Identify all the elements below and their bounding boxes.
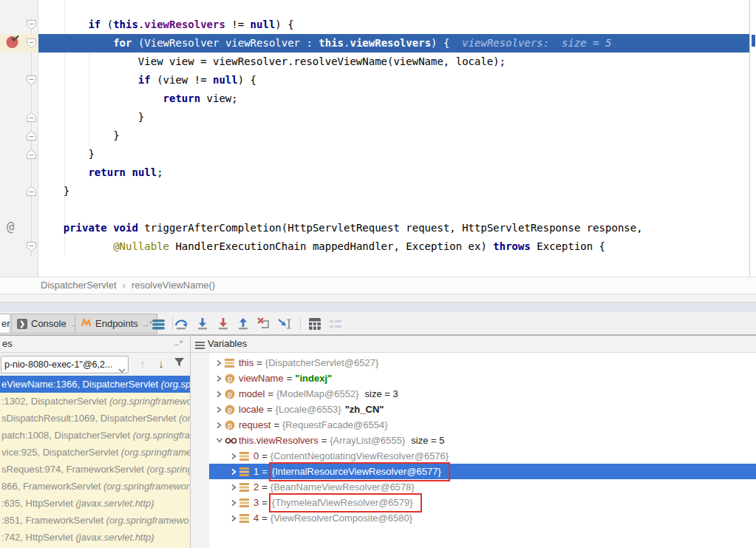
svg-text:p: p [228,405,232,413]
code-token: triggerAfterCompletion(HttpServletReques… [138,222,643,234]
code-line[interactable]: } [38,126,749,145]
code-line[interactable] [38,200,749,219]
fold-close-marker-icon[interactable] [26,186,37,197]
threads-view-icon[interactable] [151,317,166,331]
code-line[interactable]: } [38,108,749,126]
variable-name: 1 [253,464,259,479]
execution-line[interactable]: for (ViewResolver viewResolver : this.vi… [38,34,749,53]
fold-close-marker-icon[interactable] [26,149,37,160]
variable-row[interactable]: pmodel={ModelMap@6552}size = 3 [209,386,756,402]
debug-window-top-strip [0,302,756,312]
code-line[interactable]: return null; [38,163,749,182]
variables-menu-icon[interactable] [195,341,205,352]
equals-sign: = [265,386,276,402]
variable-name: 4 [253,510,259,526]
chevron-right-icon[interactable] [214,422,225,429]
chevron-right-icon[interactable] [214,359,225,367]
step-into-icon[interactable] [195,317,210,331]
frame-row[interactable]: :851, FrameworkServlet (org.springframew… [0,512,190,529]
chevron-right-icon[interactable] [214,390,225,398]
fold-open-marker-icon[interactable] [26,241,37,252]
fold-close-marker-icon[interactable] [26,112,37,123]
code-token [38,74,138,86]
variable-row[interactable]: 4={ViewResolverComposite@6580} [209,510,756,526]
frame-row[interactable]: 866, FrameworkServlet (org.springframewo… [0,478,190,495]
step-over-icon[interactable] [174,317,189,331]
tab-debugger-partial[interactable]: er [0,314,10,334]
code-token: for [113,37,132,49]
frame-row[interactable]: sRequest:974, FrameworkServlet (org.spri… [0,461,190,478]
chevron-down-icon[interactable] [214,437,225,444]
frame-row[interactable]: :635, HttpServlet (javax.servlet.http) [0,495,190,512]
code-token [38,222,64,234]
code-line[interactable]: } [38,145,749,163]
frame-row[interactable]: sDispatchResult:1069, DispatcherServlet … [0,410,190,427]
frame-row[interactable]: :1302, DispatcherServlet (org.springfram… [0,393,190,410]
run-to-cursor-icon[interactable] [277,317,292,331]
fold-close-marker-icon[interactable] [26,130,37,141]
frame-location: :742, HttpServlet [1,532,75,543]
code-editor[interactable]: @ if (this.viewResolvers != null) { for … [0,0,756,277]
code-token: HandlerExecutionChain mappedHandler, Exc… [169,240,493,252]
code-token: Exception { [531,240,605,252]
pin-icon[interactable]: →* [172,339,182,348]
code-line[interactable]: View view = viewResolver.resolveViewName… [38,53,749,71]
chevron-right-icon: › [117,280,132,291]
variable-row[interactable]: plocale={Locale@6553}"zh_CN" [209,402,756,417]
breakpoint-icon[interactable] [6,35,20,49]
chevron-right-icon[interactable] [228,468,239,476]
breadcrumb-class[interactable]: DispatcherServlet [41,280,117,291]
tab-endpoints[interactable]: Endpoints →* [75,314,157,334]
code-line[interactable]: if (view != null) { [38,71,749,89]
variable-row[interactable]: prequest={RequestFacade@6554} [209,417,756,433]
chevron-right-icon[interactable] [228,453,239,460]
code-line[interactable]: @Nullable HandlerExecutionChain mappedHa… [38,237,749,256]
code-line[interactable]: return view; [38,89,749,108]
variable-row[interactable]: this.viewResolvers={ArrayList@6555}size … [209,433,756,448]
force-step-into-icon[interactable] [216,317,231,331]
execution-point-stripe-mark[interactable] [752,35,755,47]
variable-size-info: size = 5 [411,433,444,448]
frame-down-icon[interactable]: ↓ [154,356,168,372]
variable-name: viewName [239,371,284,386]
thread-selector-dropdown[interactable]: p-nio-8080-exec-1"@6,2... [1,356,129,373]
evaluate-expression-icon[interactable] [307,317,322,331]
editor-error-stripe[interactable] [749,0,756,277]
equals-sign: = [264,402,276,417]
chevron-right-icon[interactable] [228,499,239,507]
frame-row[interactable]: vice:925, DispatcherServlet (org.springf… [0,444,190,461]
drop-frame-icon[interactable] [256,317,271,331]
fold-open-marker-icon[interactable] [26,75,37,86]
frame-up-icon[interactable]: ↑ [135,356,150,372]
chevron-right-icon[interactable] [228,515,239,522]
variable-row[interactable]: 3={ThymeleafViewResolver@6579} [209,495,756,510]
frames-list[interactable]: eViewName:1366, DispatcherServlet (org.s… [0,376,190,548]
chevron-right-icon[interactable] [214,406,225,413]
editor-gutter[interactable]: @ [0,0,38,277]
filter-icon[interactable] [171,356,186,372]
chevron-right-icon[interactable] [228,484,239,491]
frame-row[interactable]: :742, HttpServlet (javax.servlet.http) [0,529,190,546]
code-line[interactable]: } [38,182,749,200]
chevron-right-icon[interactable] [214,375,225,382]
equals-sign: = [270,417,282,433]
code-line[interactable]: private void triggerAfterCompletion(Http… [38,219,749,237]
frame-package: (org.springframewo [106,515,189,526]
frame-row[interactable]: eViewName:1366, DispatcherServlet (org.s… [0,376,190,393]
layout-settings-icon[interactable] [328,317,343,331]
variable-row[interactable]: pviewName="indexj" [209,371,756,386]
variable-row[interactable]: this={DispatcherServlet@6527} [209,355,756,371]
debug-toolbar: er ❯ Console →* Endpoints →* [0,312,756,335]
code-line[interactable]: if (this.viewResolvers != null) { [38,16,749,34]
fold-open-marker-icon[interactable] [26,19,37,30]
fold-open-marker-icon[interactable] [26,38,37,49]
pin-icon[interactable]: →* [142,319,151,328]
code-lines[interactable]: if (this.viewResolvers != null) { for (V… [38,16,749,256]
breadcrumb-method[interactable]: resolveViewName() [132,280,215,291]
code-token [38,18,88,30]
variables-tree[interactable]: this={DispatcherServlet@6527}pviewName="… [209,353,756,548]
variable-row[interactable]: 1={InternalResourceViewResolver@6577} [209,464,756,479]
frame-row[interactable]: patch:1008, DispatcherServlet (org.sprin… [0,427,190,444]
frame-package: (org.spr [161,379,190,390]
step-out-icon[interactable] [236,317,251,331]
